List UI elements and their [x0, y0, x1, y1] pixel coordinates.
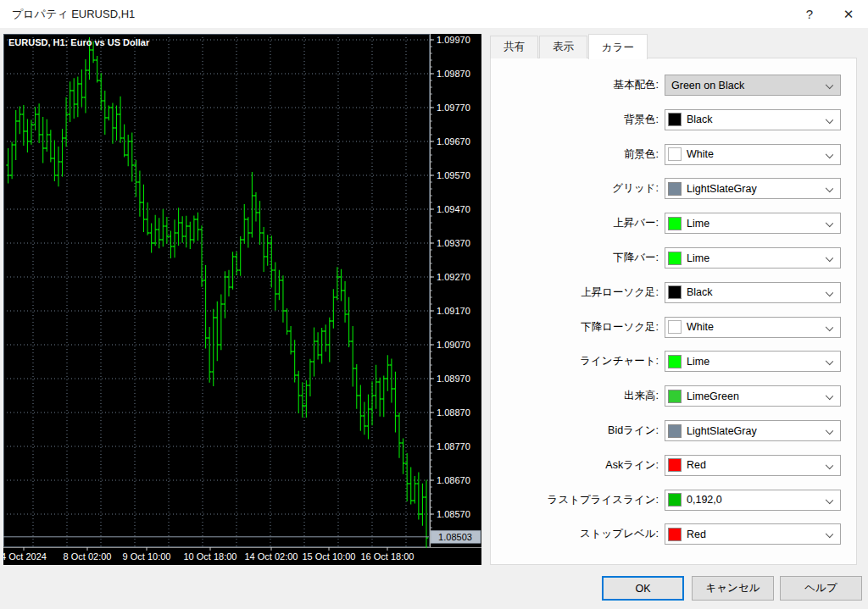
color-select[interactable]: LimeGreen: [665, 385, 841, 407]
chevron-down-icon: [826, 289, 833, 296]
chart-title: EURUSD, H1: Euro vs US Dollar: [8, 37, 150, 47]
chevron-down-icon: [826, 357, 833, 365]
color-select[interactable]: LightSlateGray: [665, 178, 841, 199]
color-setting-row: ラストプライスライン:0,192,0: [548, 490, 841, 511]
color-select[interactable]: White: [665, 144, 841, 165]
color-select-value: Lime: [687, 218, 709, 230]
color-select[interactable]: Red: [665, 455, 841, 476]
color-swatch: [668, 458, 682, 472]
price-axis-label: 1.09570: [437, 170, 470, 180]
time-axis-label: 14 Oct 02:00: [245, 551, 298, 562]
chevron-down-icon: [826, 323, 833, 330]
color-row-label: 上昇バー:: [613, 216, 659, 230]
time-axis-label: 9 Oct 10:00: [123, 551, 171, 562]
color-select-value: Black: [687, 113, 713, 125]
plot-frame: [4, 35, 430, 547]
price-axis-label: 1.08570: [437, 509, 470, 519]
time-axis-label: 15 Oct 10:00: [303, 551, 356, 562]
price-axis-label: 1.09170: [437, 306, 470, 316]
color-select-value: Black: [687, 286, 713, 298]
color-swatch: [668, 217, 682, 230]
color-select[interactable]: Lime: [665, 213, 841, 234]
chart-preview: 1.099701.098701.097701.096701.095701.094…: [3, 34, 481, 565]
color-select[interactable]: Green on Black: [665, 75, 841, 96]
color-row-label: 基本配色:: [614, 78, 659, 92]
color-setting-row: グリッド:LightSlateGray: [612, 178, 841, 199]
color-select[interactable]: Black: [665, 282, 841, 303]
color-select[interactable]: Lime: [665, 247, 841, 269]
color-row-label: Bidライン:: [608, 424, 659, 438]
time-axis-label: 10 Oct 18:00: [184, 551, 237, 562]
color-select-value: White: [687, 321, 714, 333]
color-select[interactable]: 0,192,0: [665, 490, 841, 511]
color-swatch: [668, 320, 682, 334]
properties-dialog: プロパティ EURUSD,H1 ? ✕ 1.099701.098701.0977…: [0, 0, 868, 609]
chevron-down-icon: [826, 150, 833, 158]
color-select[interactable]: Red: [665, 523, 841, 545]
color-row-label: ラインチャート:: [580, 354, 659, 368]
color-setting-row: 上昇ローソク足:Black: [581, 282, 841, 303]
chevron-down-icon: [826, 427, 833, 435]
price-axis-label: 1.09470: [437, 204, 470, 214]
color-select[interactable]: LightSlateGray: [665, 420, 841, 441]
time-axis-label: 8 Oct 02:00: [64, 551, 112, 562]
color-setting-row: 下降ローソク足:White: [581, 317, 841, 338]
color-select-value: Red: [687, 459, 706, 471]
price-axis-label: 1.09970: [437, 35, 470, 45]
color-select-value: Lime: [687, 252, 709, 264]
color-select-value: LightSlateGray: [687, 183, 757, 195]
color-setting-row: Bidライン:LightSlateGray: [608, 420, 841, 441]
color-row-label: Askライン:: [605, 458, 659, 473]
color-row-label: 背景色:: [624, 113, 659, 127]
cancel-button[interactable]: キャンセル: [692, 576, 774, 601]
color-swatch: [668, 493, 682, 507]
tab-common[interactable]: 共有: [490, 36, 538, 58]
window-title: プロパティ EURUSD,H1: [12, 7, 135, 22]
color-swatch: [668, 424, 682, 438]
color-select-value: LightSlateGray: [687, 425, 757, 437]
chevron-down-icon: [826, 81, 833, 89]
tab-show[interactable]: 表示: [539, 36, 587, 58]
color-row-label: 下降バー:: [613, 251, 659, 265]
chevron-down-icon: [826, 219, 833, 227]
chevron-down-icon: [826, 496, 833, 503]
color-setting-row: 前景色:White: [624, 144, 841, 165]
color-select[interactable]: Lime: [665, 351, 841, 372]
ok-button[interactable]: OK: [602, 576, 684, 601]
color-setting-row: 下降バー:Lime: [613, 247, 841, 269]
color-select-value: White: [687, 148, 714, 160]
color-select[interactable]: Black: [665, 109, 841, 130]
chevron-down-icon: [826, 392, 833, 400]
color-swatch: [668, 355, 682, 368]
color-swatch: [668, 147, 682, 161]
price-axis-label: 1.08770: [437, 441, 470, 451]
tab-bar: 共有表示カラー: [490, 37, 648, 58]
chevron-down-icon: [826, 116, 833, 124]
color-swatch: [668, 182, 682, 196]
colors-tab-page: 基本配色:Green on Black背景色:Black前景色:Whiteグリッ…: [490, 58, 857, 565]
help-button[interactable]: ヘルプ: [780, 576, 862, 601]
tab-colors[interactable]: カラー: [588, 34, 648, 59]
help-icon[interactable]: ?: [790, 0, 829, 28]
color-select-value: LimeGreen: [687, 390, 739, 402]
color-row-label: ストップレベル:: [580, 527, 659, 541]
color-setting-row: ストップレベル:Red: [580, 523, 841, 545]
price-axis-label: 1.09270: [437, 272, 470, 282]
color-row-label: 出来高:: [624, 389, 659, 403]
color-swatch: [668, 113, 682, 126]
color-select-value: Red: [687, 529, 706, 540]
color-select[interactable]: White: [665, 317, 841, 338]
bid-price-tag-label: 1.08503: [438, 532, 472, 542]
color-setting-row: 出来高:LimeGreen: [624, 385, 841, 407]
price-axis-label: 1.09070: [437, 340, 470, 350]
color-swatch: [668, 528, 682, 541]
time-axis-label: 4 Oct 2024: [3, 551, 47, 562]
color-setting-row: ラインチャート:Lime: [580, 351, 841, 372]
chevron-down-icon: [826, 462, 833, 469]
price-axis-label: 1.09370: [437, 238, 470, 248]
chevron-down-icon: [826, 185, 833, 192]
price-axis-label: 1.09770: [437, 102, 470, 113]
close-icon[interactable]: ✕: [829, 0, 868, 28]
price-axis-label: 1.08670: [437, 475, 470, 485]
price-axis-label: 1.09670: [437, 136, 470, 147]
